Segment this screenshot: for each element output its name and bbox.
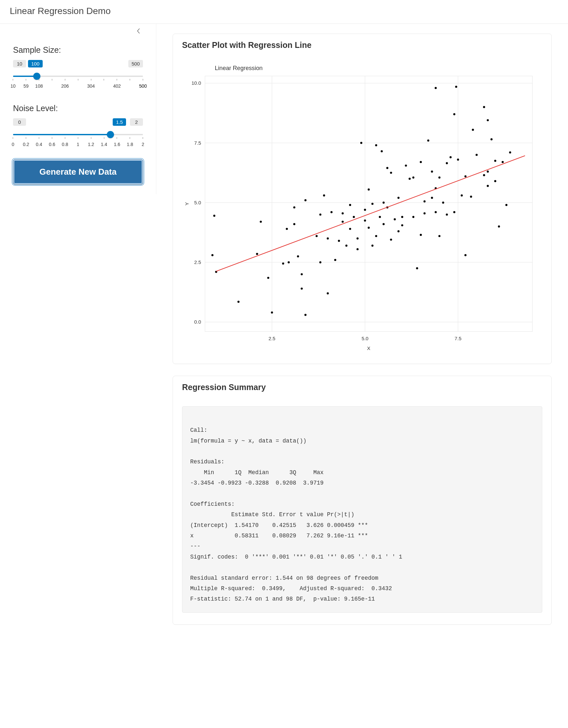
svg-point-74	[409, 178, 411, 180]
svg-point-113	[509, 152, 511, 153]
svg-point-91	[442, 202, 444, 204]
svg-point-21	[260, 221, 262, 223]
svg-point-60	[375, 235, 377, 237]
svg-point-78	[412, 216, 414, 218]
svg-point-70	[397, 230, 399, 232]
svg-point-101	[472, 129, 474, 131]
sidebar-collapse-button[interactable]	[134, 27, 143, 36]
svg-point-108	[490, 138, 492, 140]
svg-point-103	[483, 174, 485, 176]
generate-button[interactable]: Generate New Data	[13, 159, 143, 184]
svg-point-84	[431, 170, 433, 172]
svg-point-80	[420, 161, 422, 163]
svg-point-55	[357, 248, 358, 250]
svg-point-79	[420, 234, 422, 236]
svg-point-38	[315, 235, 317, 237]
svg-text:0.0: 0.0	[194, 319, 201, 325]
svg-point-115	[438, 235, 440, 237]
svg-point-31	[287, 261, 289, 263]
sample-size-chip-row: 10 100 500	[13, 60, 143, 67]
svg-point-88	[435, 87, 437, 89]
svg-text:Y: Y	[184, 202, 190, 205]
page-title: Linear Regression Demo	[0, 0, 568, 24]
svg-point-37	[319, 261, 321, 263]
svg-point-41	[330, 211, 332, 213]
svg-point-49	[353, 216, 355, 218]
svg-point-65	[383, 223, 385, 225]
svg-point-114	[498, 226, 500, 227]
chevron-left-icon	[137, 27, 140, 36]
svg-point-23	[271, 312, 273, 313]
main-panel: Scatter Plot with Regression Line 0.02.5…	[156, 24, 568, 646]
svg-text:X: X	[367, 345, 370, 351]
svg-point-40	[327, 237, 328, 239]
svg-point-68	[390, 239, 392, 240]
app-layout: Sample Size: 10 100 500 1059108157206255…	[0, 24, 568, 646]
svg-point-107	[487, 170, 489, 172]
svg-point-24	[238, 301, 240, 303]
svg-point-90	[446, 162, 448, 164]
noise-max-chip: 2	[130, 118, 143, 126]
svg-point-22	[211, 254, 213, 256]
svg-point-52	[357, 237, 358, 239]
svg-point-86	[438, 177, 440, 179]
svg-point-32	[297, 255, 299, 257]
sample-size-value-chip: 100	[28, 60, 43, 67]
svg-point-105	[487, 119, 489, 121]
svg-point-76	[412, 177, 414, 179]
svg-point-42	[323, 195, 325, 197]
svg-point-98	[464, 254, 466, 256]
svg-point-45	[342, 221, 343, 223]
svg-point-46	[342, 212, 343, 214]
sample-size-max-chip: 500	[128, 60, 143, 67]
svg-point-28	[293, 223, 295, 225]
svg-point-92	[446, 213, 448, 215]
noise-slider[interactable]: 00.20.40.60.811.21.41.61.82 00.20.40.60.…	[13, 134, 143, 148]
svg-point-63	[386, 167, 388, 169]
svg-point-117	[368, 188, 370, 190]
sidebar: Sample Size: 10 100 500 1059108157206255…	[0, 24, 156, 194]
sample-size-slider[interactable]: 1059108157206255304353402451500 10591082…	[13, 76, 143, 89]
sample-size-label: Sample Size:	[13, 45, 143, 55]
svg-point-35	[300, 273, 302, 275]
noise-value-chip: 1.5	[113, 118, 126, 126]
svg-point-82	[427, 139, 429, 141]
svg-point-69	[394, 218, 396, 220]
svg-point-56	[368, 226, 370, 228]
svg-point-64	[383, 202, 385, 204]
svg-point-34	[300, 287, 302, 289]
svg-point-27	[256, 253, 258, 255]
summary-card-title: Regression Summary	[173, 376, 551, 399]
svg-point-81	[423, 200, 425, 202]
svg-point-116	[453, 211, 455, 213]
svg-point-57	[371, 244, 373, 246]
svg-point-87	[435, 211, 437, 213]
svg-line-120	[216, 156, 525, 271]
svg-point-59	[371, 203, 373, 205]
noise-min-chip: 0	[13, 118, 26, 126]
svg-point-39	[319, 213, 321, 215]
svg-point-72	[397, 197, 399, 199]
svg-point-58	[375, 144, 377, 146]
svg-rect-16	[205, 76, 532, 331]
summary-card: Regression Summary Call: lm(formula = y …	[173, 376, 552, 625]
svg-point-85	[431, 197, 433, 199]
svg-point-77	[416, 267, 418, 269]
svg-text:5.0: 5.0	[361, 336, 368, 341]
svg-point-104	[483, 106, 485, 108]
svg-point-96	[457, 159, 459, 161]
svg-point-110	[494, 180, 496, 182]
svg-point-119	[213, 215, 215, 217]
svg-point-67	[390, 172, 392, 174]
svg-point-97	[461, 195, 463, 197]
svg-point-30	[286, 228, 288, 230]
sample-size-min-chip: 10	[13, 60, 26, 67]
svg-text:7.5: 7.5	[194, 140, 201, 146]
svg-point-99	[464, 175, 466, 177]
generate-button-label: Generate New Data	[39, 167, 117, 177]
svg-point-73	[405, 165, 407, 167]
svg-point-109	[494, 160, 496, 162]
svg-point-112	[505, 204, 507, 206]
svg-text:7.5: 7.5	[455, 336, 461, 341]
svg-point-48	[345, 244, 347, 246]
